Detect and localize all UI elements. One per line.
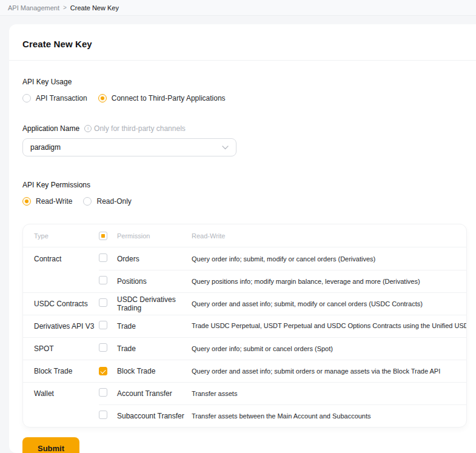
permission-checkbox[interactable] [99,276,107,284]
row-permission: Block Trade [117,367,192,375]
row-description: Transfer assets [192,390,466,397]
submit-button[interactable]: Submit [22,437,79,453]
row-description: Query order and asset info; submit, modi… [192,300,466,307]
page-title: Create New Key [22,39,463,49]
table-body: Contract Orders Query order info; submit… [23,247,466,427]
row-description: Query order info; submit or cancel order… [192,345,466,352]
row-description: Query order info; submit, modify or canc… [192,255,466,263]
radio-label: Read-Write [36,197,72,206]
row-permission: Positions [117,277,192,286]
table-row: Derivatives API V3 Trade Trade USDC Perp… [23,315,466,337]
row-type: Derivatives API V3 [34,322,99,331]
radio-label: Read-Only [96,197,131,206]
table-row: Block Trade Block Trade Query order and … [23,360,466,382]
api-key-permissions-radio-group: Read-Write Read-Only [22,197,467,206]
row-type: Wallet [34,389,99,398]
row-permission: Account Transfer [117,389,192,398]
select-all-cell [99,232,117,240]
row-description: Transfer assets between the Main Account… [192,412,466,420]
application-name-label: Application Name [22,124,79,133]
permission-checkbox[interactable] [99,253,107,262]
table-row: SPOT Trade Query order info; submit or c… [23,337,466,360]
permission-checkbox[interactable] [99,388,107,397]
radio-icon [22,94,31,102]
table-row: Positions Query positions info; modify m… [23,270,466,292]
permission-checkbox[interactable] [99,411,107,419]
column-header-type: Type [34,232,99,240]
info-circle-icon: i [84,125,92,132]
application-name-hint: Only for third-party channels [94,124,186,133]
breadcrumb-parent[interactable]: API Management [8,4,59,12]
row-description: Query positions info; modify margin bala… [192,278,466,285]
row-checkbox-cell [99,253,117,264]
table-row: Wallet Account Transfer Transfer assets [23,382,466,404]
radio-icon [22,197,31,206]
row-permission: Trade [117,322,192,331]
row-checkbox-cell [99,298,117,309]
usage-option-connect-to-third-party-applications[interactable]: Connect to Third-Party Applications [98,94,226,102]
table-row: USDC Contracts USDC Derivatives Trading … [23,292,466,315]
row-permission: USDC Derivatives Trading [117,295,192,312]
radio-icon [98,94,107,102]
breadcrumb-separator: > [63,4,67,11]
table-row: Contract Orders Query order info; submit… [23,247,466,270]
row-description: Trade USDC Perpetual, USDT Perpetual and… [192,322,466,331]
application-name-value: paradigm [30,143,61,152]
row-checkbox-cell [99,388,117,398]
table-row: Subaccount Transfer Transfer assets betw… [23,404,466,427]
row-type: USDC Contracts [34,300,99,308]
column-header-readwrite: Read-Write [192,232,466,240]
permissions-option-read-write[interactable]: Read-Write [22,197,72,206]
row-type: Block Trade [34,367,99,375]
radio-label: Connect to Third-Party Applications [112,94,226,102]
breadcrumb-current: Create New Key [70,4,119,12]
permissions-table: Type Permission Read-Write Contract Orde… [22,224,467,428]
create-new-key-card: Create New Key API Key Usage API Transac… [9,24,476,453]
row-permission: Subaccount Transfer [117,412,192,420]
row-permission: Orders [117,255,192,263]
api-key-usage-label: API Key Usage [22,78,72,86]
row-checkbox-cell [99,343,117,354]
api-key-usage-radio-group: API Transaction Connect to Third-Party A… [22,94,467,102]
usage-option-api-transaction[interactable]: API Transaction [22,94,87,102]
row-checkbox-cell [99,321,117,331]
radio-label: API Transaction [36,94,87,102]
radio-icon [83,197,92,206]
row-description: Query order and asset info; submit order… [192,367,466,375]
column-header-permission: Permission [117,232,192,240]
permission-checkbox[interactable] [99,343,107,352]
row-type: SPOT [34,344,99,353]
permissions-option-read-only[interactable]: Read-Only [83,197,131,206]
row-checkbox-cell [99,276,117,286]
row-checkbox-cell [99,411,117,421]
row-permission: Trade [117,344,192,353]
application-name-select[interactable]: paradigm [22,138,236,156]
permission-checkbox[interactable] [99,298,107,307]
permission-checkbox[interactable] [99,367,107,375]
row-type: Contract [34,255,99,263]
card-header: Create New Key [9,24,476,61]
permission-checkbox[interactable] [99,321,107,329]
chevron-down-icon [222,146,229,150]
breadcrumb: API Management > Create New Key [0,0,476,16]
row-checkbox-cell [99,366,117,376]
api-key-permissions-label: API Key Permissions [22,181,90,189]
select-all-checkbox[interactable] [99,232,107,240]
table-header-row: Type Permission Read-Write [23,224,466,247]
